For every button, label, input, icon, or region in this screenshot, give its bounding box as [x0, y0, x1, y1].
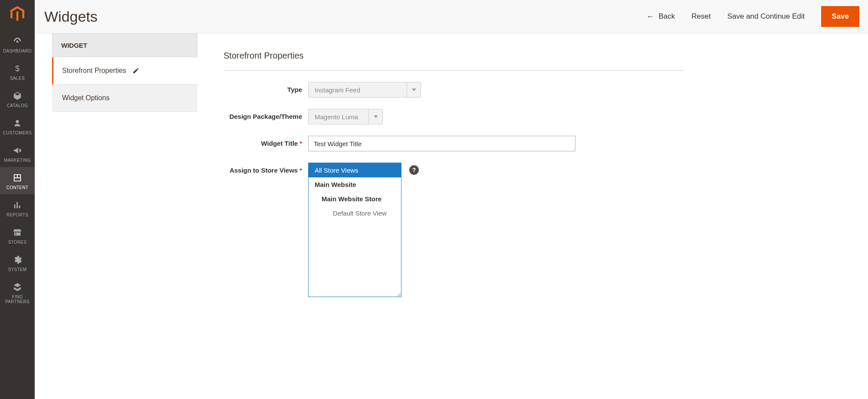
admin-sidebar: DASHBOARD $ SALES CATALOG CUSTOMERS MARK… [0, 0, 35, 399]
help-icon[interactable]: ? [409, 165, 419, 175]
nav-system[interactable]: SYSTEM [0, 249, 35, 276]
tab-label: Storefront Properties [62, 67, 126, 75]
nav-label: SYSTEM [8, 267, 27, 272]
store-view-all[interactable]: All Store Views [309, 163, 401, 177]
nav-label: REPORTS [7, 213, 28, 217]
nav-label: MARKETING [4, 158, 31, 163]
theme-select: Magento Luma [308, 109, 383, 124]
reset-button[interactable]: Reset [691, 12, 710, 21]
nav-customers[interactable]: CUSTOMERS [0, 112, 35, 140]
field-widget-title: Widget Title* [224, 136, 859, 151]
nav-dashboard[interactable]: DASHBOARD [0, 30, 35, 58]
nav-content[interactable]: CONTENT [0, 167, 35, 194]
section-title: Storefront Properties [224, 51, 684, 71]
nav-reports[interactable]: REPORTS [0, 194, 35, 222]
widget-tabs: WIDGET Storefront Properties Widget Opti… [52, 33, 197, 308]
tab-storefront-properties[interactable]: Storefront Properties [52, 57, 197, 85]
title-label: Widget Title* [224, 136, 308, 148]
theme-value: Magento Luma [308, 109, 369, 124]
store-views-listbox[interactable]: All Store Views Main Website Main Websit… [308, 163, 401, 297]
arrow-left-icon: ← [646, 12, 654, 21]
type-select: Instagram Feed [308, 82, 421, 98]
nav-label: CONTENT [7, 185, 28, 190]
nav-label: SALES [10, 76, 25, 81]
assign-label: Assign to Store Views* [224, 163, 308, 175]
caret-down-icon [407, 82, 421, 98]
nav-label: FIND PARTNERS [0, 294, 35, 304]
widget-title-input[interactable] [308, 136, 575, 151]
store-view-main-store[interactable]: Main Website Store [309, 192, 401, 206]
field-type: Type Instagram Feed [224, 82, 859, 98]
type-value: Instagram Feed [308, 82, 407, 98]
nav-marketing[interactable]: MARKETING [0, 140, 35, 167]
form-area: Storefront Properties Type Instagram Fee… [197, 33, 868, 308]
magento-logo[interactable] [9, 5, 26, 23]
nav-sales[interactable]: $ SALES [0, 58, 35, 85]
pencil-icon [132, 67, 139, 74]
store-view-main-website[interactable]: Main Website [309, 177, 401, 192]
save-continue-button[interactable]: Save and Continue Edit [727, 12, 805, 21]
main-area: Widgets ← Back Reset Save and Continue E… [35, 0, 868, 399]
save-button[interactable]: Save [821, 6, 859, 27]
field-assign-store-views: Assign to Store Views* All Store Views M… [224, 163, 859, 297]
content: WIDGET Storefront Properties Widget Opti… [35, 33, 868, 308]
required-asterisk: * [299, 140, 302, 147]
nav-partners[interactable]: FIND PARTNERS [0, 276, 35, 308]
tab-widget-options[interactable]: Widget Options [52, 85, 197, 112]
back-button[interactable]: ← Back [646, 12, 675, 21]
nav-label: DASHBOARD [3, 49, 32, 53]
page-header: Widgets ← Back Reset Save and Continue E… [35, 0, 868, 33]
svg-text:$: $ [15, 64, 20, 73]
nav-stores[interactable]: STORES [0, 222, 35, 249]
nav-label: CUSTOMERS [3, 131, 32, 135]
required-asterisk: * [299, 167, 302, 174]
nav-label: STORES [8, 240, 27, 245]
nav-label: CATALOG [7, 103, 28, 108]
tabs-header: WIDGET [52, 33, 197, 57]
caret-down-icon [369, 109, 383, 124]
back-label: Back [658, 12, 675, 21]
page-title: Widgets [44, 8, 98, 25]
field-theme: Design Package/Theme Magento Luma [224, 109, 859, 124]
store-view-default[interactable]: Default Store View [309, 206, 401, 220]
nav-catalog[interactable]: CATALOG [0, 85, 35, 112]
type-label: Type [224, 82, 308, 94]
theme-label: Design Package/Theme [224, 109, 308, 121]
header-actions: ← Back Reset Save and Continue Edit Save [646, 6, 859, 27]
